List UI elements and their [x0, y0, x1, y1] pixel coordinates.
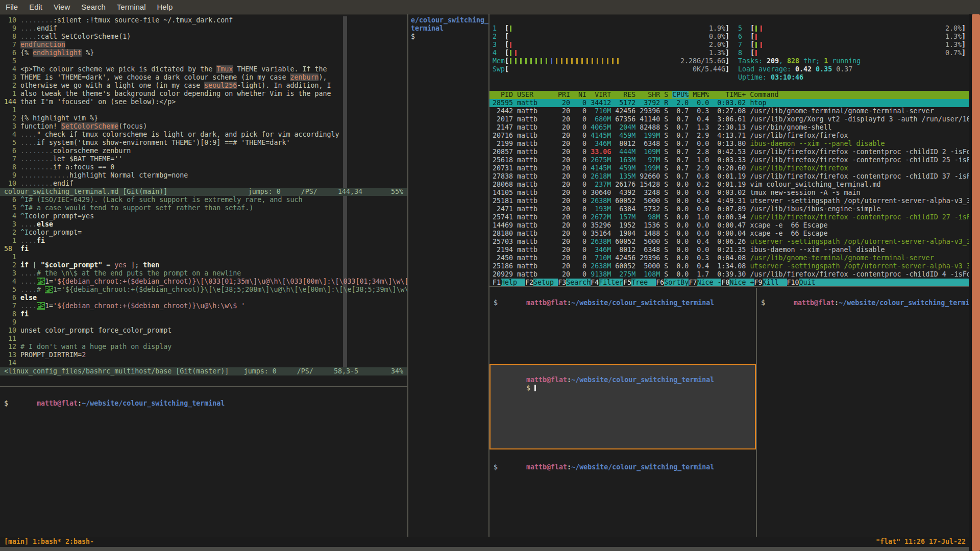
menu-search[interactable]: Search — [76, 0, 111, 14]
vim-statusline-markdown: colour_switching_terminal.md [Git(main)]… — [0, 188, 407, 196]
fkey-f4[interactable]: F4 — [591, 279, 599, 286]
vim-line: 8 ........if a:focus == 0 — [4, 163, 339, 171]
fkey-label[interactable]: Quit — [799, 279, 816, 286]
vim-line: 3 THEME is 'THEME=dark', we choose a dar… — [4, 73, 339, 82]
fkey-f7[interactable]: F7 — [689, 279, 697, 286]
htop-row[interactable]: 25186 mattb 20 0 2638M 60052 5000 S 0.0 … — [488, 262, 970, 270]
vim-line: 2 {% highlight vim %} — [4, 114, 339, 122]
bash-pane-bottom-left[interactable]: mattb@flat:~/website/colour_switching_te… — [0, 387, 407, 537]
htop-row[interactable]: 2147 mattb 20 0 4065M 204M 82488 S 0.7 1… — [488, 123, 970, 132]
htop-meter: 6[1.3%] — [738, 33, 966, 41]
fkey-label[interactable]: Tree — [631, 279, 656, 286]
prompt-path: ~/website/colour_switching_terminal — [571, 299, 714, 307]
htop-row[interactable]: 2450 mattb 20 0 710M 42456 29396 S 0.0 0… — [488, 254, 970, 262]
htop-row[interactable]: 25181 mattb 20 0 2638M 60052 5000 S 0.0 … — [488, 197, 970, 205]
htop-row[interactable]: 2194 mattb 20 0 346M 8012 6348 S 0.0 0.0… — [488, 246, 970, 254]
scrollbar-thumb[interactable] — [972, 14, 980, 551]
htop-row[interactable]: 28180 mattb 20 0 35164 1904 1488 S 0.0 0… — [488, 230, 970, 238]
meter-tick — [607, 58, 608, 64]
fkey-f9[interactable]: F9 — [754, 279, 763, 286]
fkey-label[interactable]: Nice + — [729, 279, 754, 286]
bash-pane-narrow[interactable]: e/colour_switching_ terminal $ — [408, 14, 488, 537]
fkey-label[interactable]: SortBy — [664, 279, 689, 286]
fkey-label[interactable]: Search — [566, 279, 591, 286]
menu-edit[interactable]: Edit — [23, 0, 48, 14]
htop-row[interactable]: 14105 mattb 20 0 30640 4392 3248 S 0.0 0… — [488, 189, 970, 197]
meter-tick — [530, 58, 532, 64]
vim-line: 10 ........endif — [4, 180, 339, 188]
fkey-f3[interactable]: F3 — [558, 279, 566, 286]
fkey-label[interactable]: Nice - — [697, 279, 721, 286]
bash-pane-middle-bottom[interactable]: mattb@flat:~/website/colour_switching_te… — [489, 451, 756, 537]
vim-line: 4 <p>The colour scheme we pick is dictat… — [4, 65, 339, 73]
pane-border-vertical[interactable] — [488, 14, 489, 537]
fkey-f8[interactable]: F8 — [721, 279, 729, 286]
prompt-user-host: mattb@flat — [526, 299, 567, 307]
htop-row[interactable]: 25703 mattb 20 0 2638M 60052 5000 S 0.0 … — [488, 238, 970, 246]
vim-window-markdown: 10 ........:silent :!tmux source-file ~/… — [4, 16, 339, 188]
meter-tick — [755, 34, 757, 40]
menu-bar: File Edit View Search Terminal Help — [0, 0, 980, 15]
htop-row[interactable]: 2017 mattb 20 0 680M 67356 41140 S 0.7 0… — [488, 115, 970, 123]
prompt-dollar: $ — [411, 33, 415, 40]
fkey-f10[interactable]: F10 — [787, 279, 799, 286]
htop-row[interactable]: 2471 mattb 20 0 193M 6384 5732 S 0.0 0.0… — [488, 205, 970, 213]
tmux-host-clock: "flat" 11:26 17-Jul-22 — [876, 537, 966, 547]
fkey-f6[interactable]: F6 — [656, 279, 664, 286]
meter-tick — [510, 42, 511, 48]
vim-line: 6 {% endhighlight %} — [4, 49, 339, 57]
meter-tick — [571, 58, 573, 64]
menu-terminal[interactable]: Terminal — [111, 0, 152, 14]
vim-line: 1 ....fi — [4, 237, 407, 245]
prompt-dollar: $ — [494, 463, 498, 471]
htop-table-header[interactable]: PID USER PRI NI VIRT RES SHR S CPU% MEM%… — [488, 91, 970, 99]
menu-file[interactable]: File — [0, 0, 23, 14]
htop-row[interactable]: 20857 mattb 20 0 33.0G 444M 109M S 0.7 2… — [488, 148, 970, 156]
htop-meter: 4[1.3%] — [493, 49, 729, 57]
bash-pane-right[interactable]: mattb@flat:~/website/colour_switching_te… — [757, 288, 970, 537]
pane-border-horizontal[interactable] — [0, 386, 407, 387]
tmux-window-list[interactable]: [main] 1:bash* 2:bash- — [4, 537, 94, 547]
meter-tick — [551, 58, 552, 64]
vim-line: 58 fi — [4, 245, 407, 253]
vim-statusline-position: jumps: 0 /PS/ 58,3-5 34% — [244, 367, 403, 375]
vim-line: 2 otherwise we go with a light one (in m… — [4, 82, 339, 90]
fkey-label[interactable]: Filter — [599, 279, 623, 286]
fkey-f1[interactable]: F1 — [493, 279, 501, 286]
meter-tick — [510, 26, 511, 32]
vim-line: 4 ^Icolor_prompt=yes — [4, 212, 407, 220]
htop-pane[interactable]: 1[1.9%]2[0.0%]3[2.0%]4[1.3%]5[2.0%]6[1.3… — [488, 14, 970, 286]
fkey-f2[interactable]: F2 — [525, 279, 533, 286]
htop-row[interactable]: 27838 mattb 20 0 2618M 135M 92660 S 0.7 … — [488, 172, 970, 181]
htop-row[interactable]: 28068 mattb 20 0 237M 26176 15428 S 0.0 … — [488, 181, 970, 189]
pane-border-vertical[interactable] — [756, 288, 757, 537]
vim-line: 144 that I'm 'focused' on (see below):</… — [4, 98, 339, 106]
bash-pane-active[interactable]: mattb@flat:~/website/colour_switching_te… — [489, 364, 756, 449]
fkey-label[interactable]: Help — [501, 279, 525, 286]
menu-view[interactable]: View — [48, 0, 76, 14]
htop-row[interactable]: 2442 mattb 20 0 710M 42456 29396 S 0.7 0… — [488, 107, 970, 115]
prompt-dollar: $ — [526, 384, 530, 392]
vim-line: 6 else — [4, 294, 407, 302]
vim-pane[interactable]: 10 ........:silent :!tmux source-file ~/… — [0, 14, 407, 386]
text-cursor — [534, 385, 536, 391]
htop-row[interactable]: 2199 mattb 20 0 346M 8012 6348 S 0.7 0.0… — [488, 140, 970, 148]
pane-border-horizontal[interactable] — [488, 286, 970, 287]
htop-meter: Mem[2.28G/15.6G] — [493, 57, 729, 65]
htop-row-selected[interactable]: 28595 mattb 20 0 34412 5172 3792 R 2.0 0… — [488, 99, 970, 107]
fkey-label[interactable]: Kill — [763, 279, 787, 286]
htop-row[interactable]: 25741 mattb 20 0 2672M 157M 98M S 0.0 1.… — [488, 213, 970, 221]
fkey-f5[interactable]: F5 — [623, 279, 631, 286]
prompt-path: ~/website/colour_switching_terminal — [82, 399, 225, 407]
htop-row[interactable]: 20929 mattb 20 0 9138M 275M 108M S 0.0 1… — [488, 270, 970, 279]
htop-row[interactable]: 20716 mattb 20 0 4145M 459M 199M S 0.7 2… — [488, 132, 970, 140]
meter-tick — [617, 58, 619, 64]
bash-pane-middle-top[interactable]: mattb@flat:~/website/colour_switching_te… — [489, 288, 756, 363]
htop-row[interactable]: 25618 mattb 20 0 2675M 163M 97M S 0.7 1.… — [488, 156, 970, 164]
pane-border-vertical[interactable] — [407, 14, 408, 537]
htop-row[interactable]: 14469 mattb 20 0 35296 1952 1536 S 0.0 0… — [488, 221, 970, 230]
fkey-label[interactable]: Setup — [533, 279, 558, 286]
vim-line: 1 — [4, 253, 407, 261]
menu-help[interactable]: Help — [152, 0, 179, 14]
htop-row[interactable]: 20731 mattb 20 0 4145M 459M 199M S 0.7 2… — [488, 164, 970, 172]
